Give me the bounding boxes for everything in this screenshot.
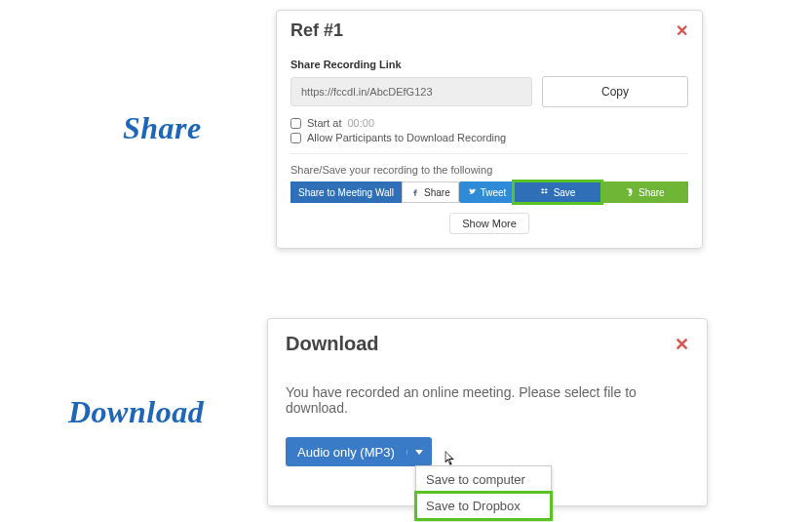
download-panel-title: Download — [286, 333, 379, 355]
share-panel: Ref #1 ✕ Share Recording Link Copy Start… — [276, 10, 703, 249]
save-menu: Save to computer Save to Dropbox — [415, 465, 552, 520]
share-buttons-row: Share to Meeting Wall Share Tweet Save S… — [290, 181, 688, 203]
dropbox-icon — [540, 187, 550, 197]
twitter-label: Tweet — [481, 187, 507, 198]
facebook-label: Share — [424, 187, 450, 198]
save-dropbox-button[interactable]: Save — [514, 181, 600, 203]
share-panel-title: Ref #1 — [290, 20, 343, 41]
save-dropbox-label: Save — [554, 187, 576, 198]
copy-button[interactable]: Copy — [542, 76, 688, 107]
format-dropdown-label: Audio only (MP3) — [286, 445, 406, 460]
allow-download-label: Allow Participants to Download Recording — [307, 132, 506, 143]
share-url-input[interactable] — [290, 77, 532, 106]
evernote-label: Share — [638, 187, 665, 198]
share-link-label: Share Recording Link — [290, 59, 688, 70]
share-evernote-button[interactable]: Share — [601, 181, 688, 203]
download-instruction: You have recorded an online meeting. Ple… — [286, 384, 689, 416]
share-twitter-button[interactable]: Tweet — [459, 181, 515, 203]
evernote-icon — [625, 187, 635, 197]
share-heading: Share — [123, 110, 202, 146]
chevron-down-icon — [406, 450, 432, 455]
save-to-dropbox-item[interactable]: Save to Dropbox — [416, 493, 551, 519]
close-icon[interactable]: ✕ — [676, 21, 688, 40]
save-to-computer-item[interactable]: Save to computer — [416, 466, 551, 493]
format-dropdown-button[interactable]: Audio only (MP3) — [286, 437, 432, 466]
close-icon[interactable]: ✕ — [675, 334, 689, 355]
share-facebook-button[interactable]: Share — [402, 181, 459, 203]
allow-download-checkbox[interactable] — [290, 133, 301, 143]
share-meeting-wall-button[interactable]: Share to Meeting Wall — [290, 181, 402, 203]
start-at-checkbox[interactable] — [290, 118, 301, 129]
twitter-icon — [467, 187, 477, 197]
download-heading: Download — [68, 394, 204, 430]
facebook-icon — [410, 187, 420, 197]
show-more-button[interactable]: Show More — [449, 213, 529, 234]
divider — [290, 153, 688, 154]
share-save-label: Share/Save your recording to the followi… — [290, 164, 688, 176]
start-at-value: 00:00 — [347, 117, 374, 129]
start-at-label: Start at — [307, 117, 341, 129]
